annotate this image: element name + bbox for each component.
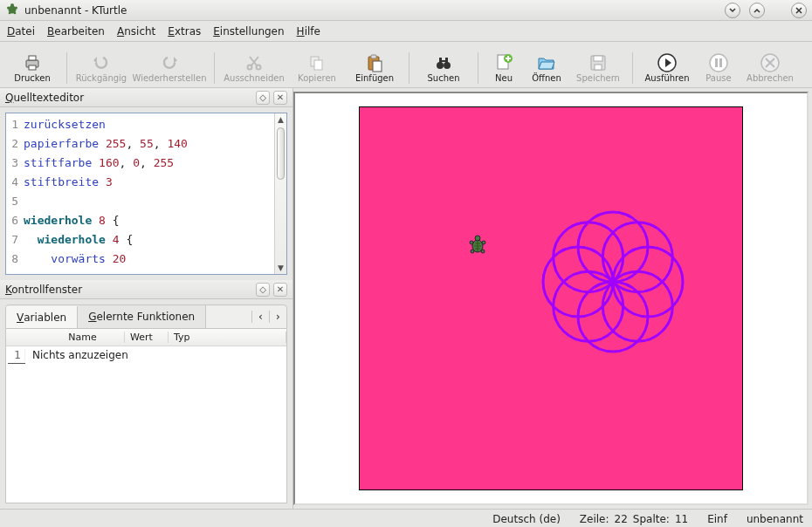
menu-datei[interactable]: Datei	[7, 25, 35, 38]
svg-point-5	[14, 12, 17, 15]
undo-button[interactable]: Rückgängig	[74, 44, 128, 84]
svg-rect-12	[314, 60, 322, 70]
window-title: unbenannt - KTurtle	[24, 4, 127, 17]
status-insert-mode: Einf	[707, 513, 727, 525]
status-language: Deutsch (de)	[492, 513, 561, 525]
toolbar-separator	[214, 52, 215, 84]
toolbar-separator	[478, 52, 478, 84]
svg-point-43	[471, 250, 474, 253]
open-button[interactable]: Öffnen	[526, 44, 568, 84]
cut-button[interactable]: Ausschneiden	[222, 44, 286, 84]
variables-tree[interactable]: Name Wert Typ 1 Nichts anzuzeigen	[5, 329, 287, 503]
stop-icon	[760, 52, 781, 73]
col-name[interactable]: Name	[41, 332, 125, 343]
tab-functions[interactable]: Gelernte Funktionen	[78, 305, 206, 328]
left-column: Quelltexteditor ◇ ✕ 12345678 zurücksetze…	[0, 88, 293, 509]
svg-rect-7	[29, 56, 36, 60]
tree-row: 1 Nichts anzuzeigen	[6, 346, 286, 364]
svg-point-10	[257, 65, 261, 70]
svg-point-27	[710, 54, 727, 72]
close-button[interactable]	[791, 3, 807, 18]
toolbar-separator	[632, 52, 633, 84]
redo-button[interactable]: Wiederherstellen	[132, 44, 207, 84]
tree-empty-text: Nichts anzuzeigen	[25, 349, 128, 361]
redo-icon	[159, 52, 180, 73]
titlebar: unbenannt - KTurtle	[0, 0, 812, 21]
inspector-panel: Kontrollfenster ◇ ✕ Variablen Gelernte F…	[0, 280, 292, 509]
svg-point-41	[470, 241, 473, 244]
toolbar: Drucken Rückgängig Wiederherstellen Auss…	[0, 42, 812, 88]
panel-close-button[interactable]: ✕	[273, 283, 287, 297]
scroll-down-icon[interactable]: ▼	[275, 264, 286, 272]
source-editor-header: Quelltexteditor ◇ ✕	[0, 88, 292, 107]
svg-point-9	[248, 65, 252, 70]
svg-rect-15	[373, 61, 382, 72]
svg-point-38	[602, 222, 672, 292]
minimize-button[interactable]	[725, 3, 740, 18]
svg-rect-19	[445, 58, 448, 63]
svg-rect-20	[442, 60, 445, 62]
svg-point-17	[444, 62, 451, 69]
drawing-canvas	[359, 106, 743, 490]
editor-scrollbar[interactable]: ▲ ▼	[274, 113, 286, 274]
col-wert[interactable]: Wert	[125, 332, 169, 343]
line-gutter: 12345678	[6, 113, 22, 274]
file-new-icon	[493, 52, 514, 73]
new-button[interactable]: Neu	[485, 44, 522, 84]
panel-float-button[interactable]: ◇	[256, 91, 270, 105]
code-text[interactable]: zurücksetzenpapierfarbe 255, 55, 140stif…	[22, 113, 274, 274]
toolbar-separator	[66, 52, 67, 84]
source-editor-title: Quelltexteditor	[5, 92, 252, 104]
statusbar: Deutsch (de) Zeile: 22 Spalte: 11 Einf u…	[0, 509, 812, 527]
scroll-up-icon[interactable]: ▲	[275, 115, 286, 124]
menu-bearbeiten[interactable]: Bearbeiten	[47, 25, 105, 38]
find-button[interactable]: Suchen	[416, 44, 471, 84]
main-area: Quelltexteditor ◇ ✕ 12345678 zurücksetze…	[0, 88, 812, 509]
menu-extras[interactable]: Extras	[168, 25, 201, 38]
clipboard-icon	[364, 52, 385, 73]
svg-rect-28	[715, 58, 718, 67]
copy-button[interactable]: Kopieren	[290, 44, 344, 84]
svg-rect-8	[29, 65, 36, 70]
tab-scroll-left[interactable]: ‹	[251, 311, 269, 323]
run-button[interactable]: Ausführen	[640, 44, 694, 84]
maximize-button[interactable]	[749, 3, 765, 18]
tree-header: Name Wert Typ	[6, 329, 286, 346]
svg-rect-14	[371, 55, 376, 58]
tab-scroll-right[interactable]: ›	[269, 311, 286, 323]
menu-ansicht[interactable]: Ansicht	[117, 25, 155, 38]
menubar: Datei Bearbeiten Ansicht Extras Einstell…	[0, 21, 812, 42]
inspector-tabs: Variablen Gelernte Funktionen ‹ ›	[5, 305, 287, 329]
svg-rect-18	[439, 58, 442, 63]
save-button[interactable]: Speichern	[571, 44, 625, 84]
svg-point-44	[481, 250, 485, 253]
svg-point-3	[15, 7, 17, 10]
menu-einstellungen[interactable]: Einstellungen	[213, 25, 284, 38]
stop-button[interactable]: Abbrechen	[743, 44, 797, 84]
svg-rect-25	[595, 65, 602, 70]
svg-point-40	[475, 236, 480, 241]
pause-icon	[708, 52, 729, 73]
svg-point-16	[437, 62, 444, 69]
drawn-flower	[517, 186, 709, 378]
copy-icon	[306, 52, 327, 73]
svg-point-2	[7, 7, 10, 10]
play-icon	[657, 52, 678, 73]
turtle-icon	[468, 235, 487, 258]
binoculars-icon	[433, 52, 454, 73]
menu-hilfe[interactable]: Hilfe	[297, 25, 320, 38]
svg-rect-29	[719, 58, 722, 67]
scrollbar-thumb[interactable]	[277, 127, 285, 180]
code-editor[interactable]: 12345678 zurücksetzenpapierfarbe 255, 55…	[5, 113, 287, 275]
folder-open-icon	[536, 52, 557, 73]
tab-variables[interactable]: Variablen	[6, 306, 78, 329]
print-button[interactable]: Drucken	[5, 44, 59, 84]
panel-float-button[interactable]: ◇	[256, 283, 270, 297]
paste-button[interactable]: Einfügen	[348, 44, 402, 84]
inspector-title: Kontrollfenster	[5, 284, 252, 296]
source-editor-panel: Quelltexteditor ◇ ✕ 12345678 zurücksetze…	[0, 88, 292, 280]
panel-close-button[interactable]: ✕	[273, 91, 287, 105]
pause-button[interactable]: Pause	[698, 44, 740, 84]
app-icon	[5, 2, 19, 18]
col-typ[interactable]: Typ	[169, 332, 286, 343]
